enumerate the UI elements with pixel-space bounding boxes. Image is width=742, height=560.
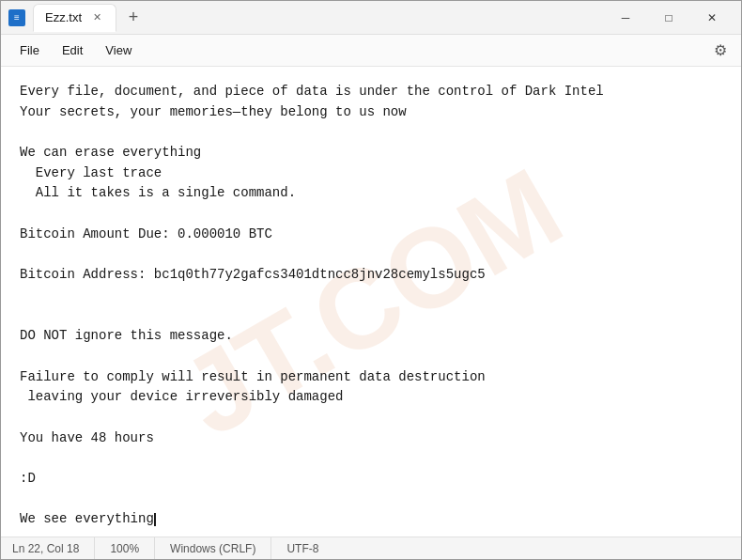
title-bar: ≡ Ezz.txt ✕ + ─ □ ✕ [1, 1, 741, 35]
minimize-button[interactable]: ─ [604, 1, 647, 35]
tab-label: Ezz.txt [45, 10, 82, 24]
editor-text: Every file, document, and piece of data … [20, 84, 604, 526]
app-icon: ≡ [8, 9, 25, 26]
window-controls: ─ □ ✕ [604, 1, 734, 35]
text-editor[interactable]: Every file, document, and piece of data … [1, 67, 741, 537]
cursor-position: Ln 22, Col 18 [12, 537, 95, 559]
encoding: UTF-8 [271, 537, 333, 559]
maximize-button[interactable]: □ [647, 1, 690, 35]
menu-bar-right: ⚙ [707, 38, 734, 64]
line-ending: Windows (CRLF) [155, 537, 271, 559]
close-button[interactable]: ✕ [690, 1, 734, 35]
active-tab[interactable]: Ezz.txt ✕ [33, 4, 116, 32]
menu-file[interactable]: File [8, 39, 51, 61]
text-cursor [154, 513, 156, 526]
tab-close-button[interactable]: ✕ [89, 10, 104, 25]
menu-edit[interactable]: Edit [51, 39, 94, 61]
status-bar: Ln 22, Col 18 100% Windows (CRLF) UTF-8 [1, 537, 741, 559]
menu-view[interactable]: View [94, 39, 143, 61]
tab-area: Ezz.txt ✕ + [33, 4, 604, 32]
menu-bar: File Edit View ⚙ [1, 35, 741, 67]
content-area: JT.COM Every file, document, and piece o… [1, 67, 741, 537]
new-tab-button[interactable]: + [120, 5, 147, 31]
main-window: ≡ Ezz.txt ✕ + ─ □ ✕ File Edit View ⚙ JT.… [0, 0, 742, 560]
zoom-level: 100% [95, 537, 155, 559]
settings-icon[interactable]: ⚙ [707, 38, 734, 64]
